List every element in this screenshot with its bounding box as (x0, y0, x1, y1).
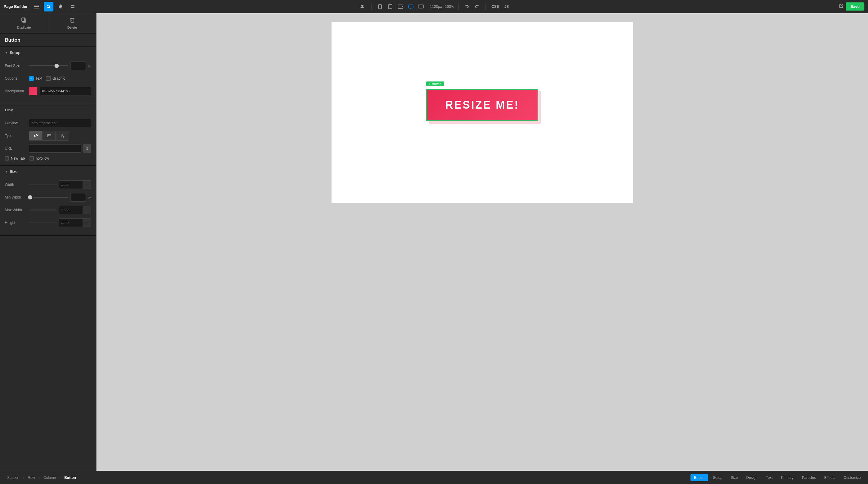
nofollow-label: nofollow (36, 156, 49, 161)
link-content: Preview Type (0, 116, 96, 165)
options-row: Options ✓ Text Graphic (5, 74, 91, 83)
svg-rect-15 (408, 5, 413, 8)
redo-button[interactable] (472, 2, 481, 11)
settings-button[interactable] (56, 2, 65, 11)
nofollow-checkbox[interactable] (30, 156, 34, 161)
size-section: ▼ Size Width auto ··· (0, 166, 96, 236)
duplicate-button[interactable]: Duplicate (0, 13, 48, 33)
link-section: Link Preview Type (0, 104, 96, 166)
size-header[interactable]: ▼ Size (0, 166, 96, 177)
text-option[interactable]: ✓ Text (29, 76, 42, 81)
preview-label: Preview (5, 121, 29, 125)
link-header: Link (0, 104, 96, 116)
svg-rect-25 (47, 135, 51, 137)
bc-row[interactable]: Row (24, 474, 38, 481)
layers-button[interactable] (358, 2, 367, 11)
save-button[interactable]: Save (846, 2, 864, 10)
svg-rect-0 (34, 5, 39, 5)
canvas-button[interactable]: RESIZE ME! (426, 89, 538, 121)
font-size-input[interactable]: 32 (70, 62, 86, 70)
height-more-button[interactable]: ··· (83, 219, 91, 227)
url-copy-button[interactable]: ⊗ (83, 144, 91, 153)
width-slider[interactable] (29, 184, 57, 185)
undo-redo-group (463, 2, 481, 11)
js-button[interactable]: JS (503, 3, 511, 10)
height-input-group: auto ··· (59, 219, 91, 227)
new-tab-checkbox[interactable] (5, 156, 9, 161)
setup-section: ▼ Setup Font Size 32 px (0, 47, 96, 104)
tab-design[interactable]: Design (743, 474, 761, 481)
delete-button[interactable]: Delete (48, 13, 96, 33)
min-width-unit: px (88, 196, 91, 199)
min-width-input[interactable]: 0 (70, 193, 86, 202)
search-button[interactable] (44, 2, 53, 11)
font-size-label: Font Size (5, 64, 29, 68)
max-width-input-group: none ··· (59, 206, 91, 214)
tab-size[interactable]: Size (727, 474, 741, 481)
bottom-bar: Section › Row › Column › Button Button S… (0, 471, 868, 484)
svg-rect-7 (71, 7, 73, 8)
graphic-option[interactable]: Graphic (46, 76, 65, 81)
link-type-email[interactable] (42, 131, 56, 140)
tablet-landscape-icon[interactable] (396, 2, 405, 11)
graphic-checkbox[interactable] (46, 76, 51, 81)
link-type-phone[interactable] (56, 131, 69, 140)
app-title: Page Builder (4, 4, 27, 9)
css-button[interactable]: CSS (490, 3, 501, 10)
external-link-button[interactable] (839, 4, 843, 9)
tab-effects[interactable]: Effects (821, 474, 839, 481)
height-slider[interactable] (29, 222, 57, 223)
nofollow-item[interactable]: nofollow (30, 156, 49, 161)
text-checkbox[interactable]: ✓ (29, 76, 34, 81)
new-tab-item[interactable]: New Tab (5, 156, 25, 161)
top-bar: Page Builder (0, 0, 868, 13)
bc-section[interactable]: Section (4, 474, 23, 481)
font-size-row: Font Size 32 px (5, 61, 91, 70)
max-width-value: none (59, 206, 83, 214)
extensions-button[interactable] (68, 2, 78, 11)
width-value: auto (59, 180, 83, 189)
min-width-slider[interactable] (29, 197, 68, 198)
max-width-more-button[interactable]: ··· (83, 206, 91, 214)
height-control: auto ··· (29, 219, 91, 227)
url-input[interactable]: http://theme.co/ (29, 144, 81, 153)
color-swatch[interactable] (29, 87, 37, 95)
tab-setup[interactable]: Setup (709, 474, 726, 481)
duplicate-label: Duplicate (17, 26, 31, 29)
tab-button[interactable]: Button (690, 474, 708, 481)
svg-rect-6 (73, 5, 74, 6)
width-control: auto ··· (29, 180, 91, 189)
svg-point-3 (47, 5, 50, 7)
bc-column[interactable]: Column (40, 474, 59, 481)
sidebar-toggle-button[interactable] (32, 2, 41, 11)
url-control: http://theme.co/ ⊗ (29, 144, 91, 153)
viewport-size: 1120px 100% (430, 4, 454, 9)
canvas-scroll[interactable]: ⌶ Button RESIZE ME! (96, 13, 868, 471)
mobile-icon[interactable] (376, 2, 384, 11)
options-control: ✓ Text Graphic (29, 76, 91, 81)
preview-input[interactable] (29, 119, 91, 127)
tab-text[interactable]: Text (762, 474, 776, 481)
svg-rect-2 (34, 8, 39, 8)
width-label: Width (5, 182, 29, 187)
link-type-url[interactable] (29, 131, 42, 140)
max-width-slider[interactable] (29, 209, 57, 210)
desktop-icon[interactable] (407, 2, 415, 11)
url-row: URL http://theme.co/ ⊗ (5, 144, 91, 153)
check-row: New Tab nofollow (5, 156, 91, 161)
svg-rect-1 (34, 6, 39, 7)
widescreen-icon[interactable] (417, 2, 425, 11)
options-group: ✓ Text Graphic (29, 76, 65, 81)
tab-particles[interactable]: Particles (798, 474, 819, 481)
setup-header[interactable]: ▼ Setup (0, 47, 96, 59)
tablet-portrait-icon[interactable] (386, 2, 395, 11)
undo-button[interactable] (463, 2, 471, 11)
bc-button[interactable]: Button (61, 474, 80, 481)
tab-customize[interactable]: Customize (840, 474, 864, 481)
tab-primary[interactable]: Primary (777, 474, 797, 481)
font-size-slider[interactable] (29, 65, 68, 66)
panel-actions: Duplicate Delete (0, 13, 96, 34)
height-value: auto (59, 219, 83, 227)
size-chevron-icon: ▼ (5, 170, 8, 173)
width-more-button[interactable]: ··· (83, 180, 91, 189)
